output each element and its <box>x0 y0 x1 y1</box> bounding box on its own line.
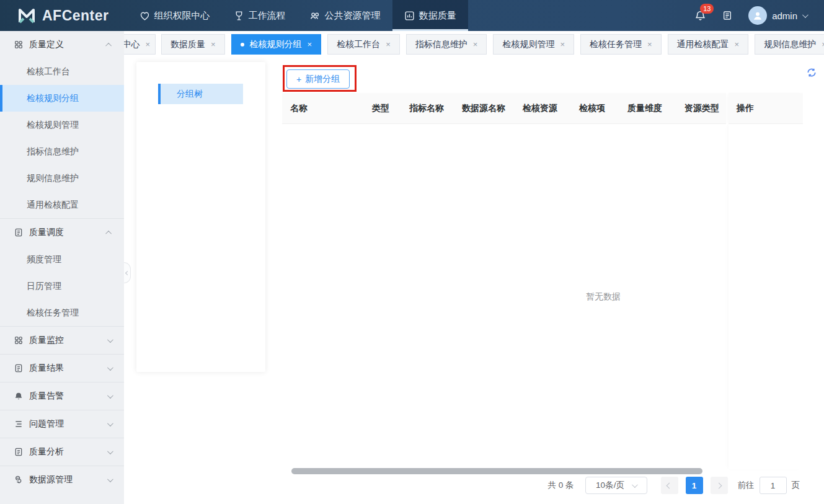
sidebar-item-check-workbench[interactable]: 检核工作台 <box>0 58 124 85</box>
tab-check-workbench[interactable]: 检核工作台 × <box>327 34 400 55</box>
workflow-icon <box>234 11 244 21</box>
bell-icon <box>14 391 24 401</box>
sidebar-group-label: 质量定义 <box>29 39 64 50</box>
tab-data-quality[interactable]: 数据质量 × <box>161 34 225 55</box>
grid-icon <box>14 335 24 345</box>
tab-label: 通用检核配置 <box>677 39 729 50</box>
sidebar-group-label: 问题管理 <box>29 418 64 430</box>
chevron-up-icon <box>105 42 112 48</box>
document-log-icon[interactable] <box>722 10 732 21</box>
chevron-down-icon <box>107 420 113 427</box>
close-icon[interactable]: × <box>560 40 565 48</box>
sidebar-group-quality-schedule: 质量调度 频度管理 日历管理 检核任务管理 <box>0 218 124 326</box>
nav-org-center[interactable]: 组织权限中心 <box>128 0 222 31</box>
sidebar-group-label: 数据源管理 <box>29 474 73 485</box>
nav-data-quality[interactable]: 数据质量 <box>392 0 468 31</box>
column-header-check-resource: 检核资源 <box>515 103 571 114</box>
sidebar-item-indicator-info[interactable]: 指标信息维护 <box>0 138 124 165</box>
bar-chart-icon <box>404 11 415 21</box>
page-size-select[interactable]: 10条/页 <box>585 477 647 494</box>
close-icon[interactable]: × <box>308 40 312 48</box>
total-count-text: 共 0 条 <box>547 480 574 491</box>
group-tree-tab[interactable]: 分组树 <box>158 84 243 104</box>
chevron-down-icon <box>632 482 638 488</box>
chevron-right-icon <box>716 482 722 489</box>
username: admin <box>772 11 797 21</box>
goto-page-input[interactable] <box>760 477 787 494</box>
sidebar-item-frequency-mgmt[interactable]: 频度管理 <box>0 246 124 273</box>
chevron-left-icon <box>125 270 129 275</box>
tab-general-check-config[interactable]: 通用检核配置 × <box>668 34 749 55</box>
next-page-button[interactable] <box>711 477 728 494</box>
tab-check-rule-group[interactable]: 检核规则分组 × <box>231 34 322 55</box>
active-dot <box>241 43 244 46</box>
page-size-value: 10条/页 <box>596 480 624 491</box>
content-area: 中心 × 数据质量 × 检核规则分组 × 检核工作台 × 指标信息维护 × 检核… <box>124 31 824 504</box>
nav-public-resources[interactable]: 公共资源管理 <box>298 0 392 31</box>
sidebar-collapse-handle[interactable] <box>124 262 131 283</box>
sidebar-group-quality-definition: 质量定义 检核工作台 检核规则分组 检核规则管理 指标信息维护 规则信息维护 通… <box>0 31 124 218</box>
add-group-button[interactable]: + 新增分组 <box>286 69 350 89</box>
horizontal-scrollbar[interactable] <box>291 468 702 474</box>
tab-label: 规则信息维护 <box>764 39 816 50</box>
tab-org-center-clipped[interactable]: 中心 × <box>124 34 156 55</box>
chevron-down-icon <box>107 365 113 371</box>
chevron-down-icon <box>107 392 113 399</box>
sidebar-group-head-datasource-mgmt[interactable]: 数据源管理 <box>0 466 124 493</box>
sidebar-group-head-quality-definition[interactable]: 质量定义 <box>0 31 124 58</box>
sidebar-group-head-quality-result[interactable]: 质量结果 <box>0 355 124 382</box>
tab-rule-info[interactable]: 规则信息维护 × <box>755 34 824 55</box>
sidebar-group-head-issue-mgmt[interactable]: 问题管理 <box>0 410 124 438</box>
nav-workflow[interactable]: 工作流程 <box>222 0 298 31</box>
top-navigation: 组织权限中心 工作流程 公共资源管理 数据质量 <box>128 0 468 31</box>
sidebar-group-quality-monitor: 质量监控 <box>0 326 124 354</box>
avatar <box>748 6 767 25</box>
prev-page-button[interactable] <box>661 477 678 494</box>
grid-icon <box>14 40 24 50</box>
chevron-down-icon <box>107 448 113 454</box>
sidebar-item-check-task-mgmt[interactable]: 检核任务管理 <box>0 299 124 326</box>
notification-badge: 13 <box>700 4 714 14</box>
sidebar-group-label: 质量监控 <box>29 335 64 346</box>
sidebar-group-head-quality-analysis[interactable]: 质量分析 <box>0 438 124 466</box>
table-body <box>282 124 726 469</box>
tab-indicator-info[interactable]: 指标信息维护 × <box>406 34 487 55</box>
nav-label: 组织权限中心 <box>154 10 210 22</box>
tab-check-task-mgmt[interactable]: 检核任务管理 × <box>580 34 662 55</box>
column-header-quality-dimension: 质量维度 <box>619 103 676 114</box>
close-icon[interactable]: × <box>211 40 216 48</box>
sidebar-item-rule-info[interactable]: 规则信息维护 <box>0 165 124 192</box>
tab-check-rule-mgmt[interactable]: 检核规则管理 × <box>493 34 574 55</box>
tab-label: 中心 <box>124 39 140 50</box>
sidebar-group-head-quality-monitor[interactable]: 质量监控 <box>0 327 124 354</box>
column-header-indicator-name: 指标名称 <box>401 103 454 114</box>
refresh-icon[interactable] <box>806 67 817 78</box>
close-icon[interactable]: × <box>647 40 652 48</box>
pagination: 共 0 条 10条/页 1 前往 页 <box>547 477 800 494</box>
close-icon[interactable]: × <box>145 40 150 48</box>
sidebar-item-calendar-mgmt[interactable]: 日历管理 <box>0 273 124 299</box>
page-number-1[interactable]: 1 <box>686 477 703 494</box>
sidebar-group-head-quality-alert[interactable]: 质量告警 <box>0 382 124 410</box>
close-icon[interactable]: × <box>735 40 740 48</box>
nav-label: 公共资源管理 <box>325 10 381 22</box>
sidebar-item-check-rule-group[interactable]: 检核规则分组 <box>0 85 124 112</box>
user-menu[interactable]: admin <box>748 6 807 25</box>
table-header-operation: 操作 <box>729 93 803 124</box>
close-icon[interactable]: × <box>822 40 824 48</box>
empty-state-text: 暂无数据 <box>586 291 621 303</box>
document-icon <box>14 447 24 457</box>
close-icon[interactable]: × <box>386 40 391 48</box>
sidebar-group-quality-result: 质量结果 <box>0 354 124 382</box>
sidebar-item-general-check-config[interactable]: 通用检核配置 <box>0 192 124 218</box>
close-icon[interactable]: × <box>473 40 478 48</box>
nav-label: 工作流程 <box>249 10 286 22</box>
add-group-label: 新增分组 <box>305 74 340 85</box>
sidebar-group-issue-mgmt: 问题管理 <box>0 410 124 438</box>
sidebar-group-head-quality-schedule[interactable]: 质量调度 <box>0 219 124 246</box>
sidebar-item-check-rule-mgmt[interactable]: 检核规则管理 <box>0 112 124 138</box>
notifications-button[interactable]: 13 <box>694 9 706 22</box>
chevron-down-icon <box>107 476 113 482</box>
goto-label: 前往 <box>738 480 755 491</box>
table-header-row: 名称 类型 指标名称 数据源名称 检核资源 检核项 质量维度 资源类型 <box>282 93 726 124</box>
